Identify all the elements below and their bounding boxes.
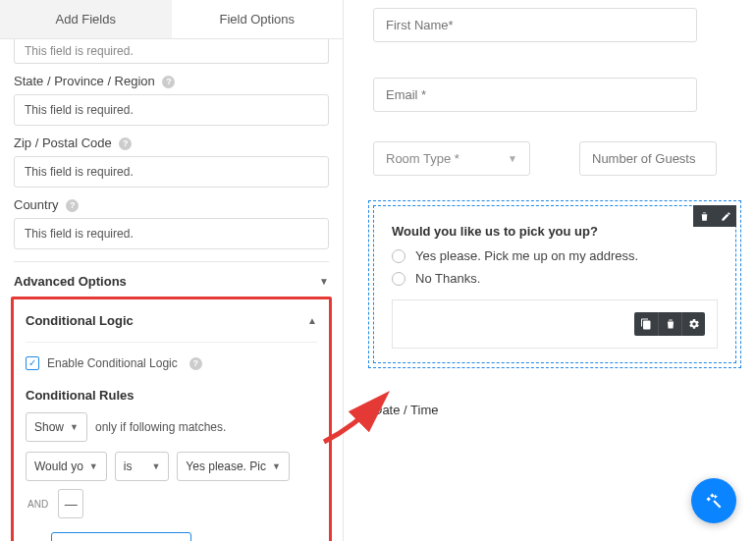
delete-icon[interactable] xyxy=(658,312,681,336)
chevron-down-icon: ▼ xyxy=(151,461,160,471)
help-icon[interactable]: ? xyxy=(119,137,132,150)
advanced-options-title: Advanced Options xyxy=(14,274,127,289)
rule-field-select[interactable]: Would yo ▼ xyxy=(26,452,107,481)
conditional-logic-header[interactable]: Conditional Logic ▲ xyxy=(26,299,317,336)
remove-rule-button[interactable]: — xyxy=(58,489,83,518)
advanced-options-header[interactable]: Advanced Options ▼ xyxy=(14,261,329,297)
help-icon[interactable]: ? xyxy=(189,357,202,370)
email-input[interactable] xyxy=(373,78,697,112)
preview-panel: Room Type * ▼ Would you like us to pick … xyxy=(344,0,756,541)
delete-icon[interactable] xyxy=(693,205,715,227)
conditional-rules-label: Conditional Rules xyxy=(26,388,317,403)
enable-conditional-label: Enable Conditional Logic xyxy=(47,356,178,370)
show-hide-value: Show xyxy=(34,420,64,434)
chevron-down-icon: ▼ xyxy=(508,153,517,164)
date-time-label: Date / Time xyxy=(373,403,736,417)
guests-input[interactable] xyxy=(579,141,717,176)
chevron-down-icon: ▼ xyxy=(70,422,79,432)
nested-field-block[interactable] xyxy=(392,299,718,349)
radio-option-2[interactable]: No Thanks. xyxy=(392,271,718,286)
tab-add-fields[interactable]: Add Fields xyxy=(0,0,172,38)
question-label: Would you like us to pick you up? xyxy=(392,224,718,239)
state-label: State / Province / Region xyxy=(14,74,155,88)
radio-option-1-label: Yes please. Pick me up on my address. xyxy=(415,248,638,263)
tabs: Add Fields Field Options xyxy=(0,0,343,39)
country-label: Country xyxy=(14,197,59,212)
radio-icon xyxy=(392,272,405,286)
zip-label: Zip / Postal Code xyxy=(14,135,112,150)
copy-icon[interactable] xyxy=(634,312,658,336)
state-input[interactable] xyxy=(14,94,329,126)
fab-button[interactable] xyxy=(691,478,736,523)
zip-input[interactable] xyxy=(14,156,329,188)
help-icon[interactable]: ? xyxy=(162,76,175,88)
conditional-logic-title: Conditional Logic xyxy=(26,313,134,328)
only-if-text: only if following matches. xyxy=(95,420,226,434)
rule-field-value: Would yo xyxy=(34,460,83,473)
rule-value-value: Yes please. Pic xyxy=(186,460,266,473)
chevron-down-icon: ▼ xyxy=(272,461,281,471)
field-toolbar xyxy=(693,205,736,227)
edit-icon[interactable] xyxy=(715,205,736,227)
show-hide-select[interactable]: Show ▼ xyxy=(26,412,87,442)
conditional-logic-box: Conditional Logic ▲ ✓ Enable Conditional… xyxy=(11,297,332,541)
rule-value-select[interactable]: Yes please. Pic ▼ xyxy=(177,452,290,481)
help-icon[interactable]: ? xyxy=(66,199,79,212)
tab-field-options[interactable]: Field Options xyxy=(172,0,344,38)
enable-conditional-checkbox[interactable]: ✓ xyxy=(26,356,39,370)
wand-icon xyxy=(704,491,724,511)
radio-option-2-label: No Thanks. xyxy=(415,271,480,286)
selected-field[interactable]: Would you like us to pick you up? Yes pl… xyxy=(373,205,736,363)
first-name-input[interactable] xyxy=(373,8,697,42)
left-panel: Add Fields Field Options This field is r… xyxy=(0,0,344,541)
room-type-select[interactable]: Room Type * ▼ xyxy=(373,141,530,176)
chevron-up-icon: ▲ xyxy=(307,315,317,326)
chevron-down-icon: ▼ xyxy=(319,276,329,287)
settings-icon[interactable] xyxy=(681,312,705,336)
rule-operator-select[interactable]: is ▼ xyxy=(115,452,170,481)
rule-operator-value: is xyxy=(124,460,133,473)
add-conditional-group-button[interactable]: Add Conditional Group xyxy=(51,532,191,541)
radio-icon xyxy=(392,249,405,263)
chevron-down-icon: ▼ xyxy=(89,461,98,471)
radio-option-1[interactable]: Yes please. Pick me up on my address. xyxy=(392,248,718,263)
room-type-value: Room Type * xyxy=(386,151,459,166)
and-label: AND xyxy=(26,499,50,510)
nested-toolbar xyxy=(634,312,705,336)
truncated-field: This field is required. xyxy=(14,39,329,64)
country-input[interactable] xyxy=(14,218,329,249)
